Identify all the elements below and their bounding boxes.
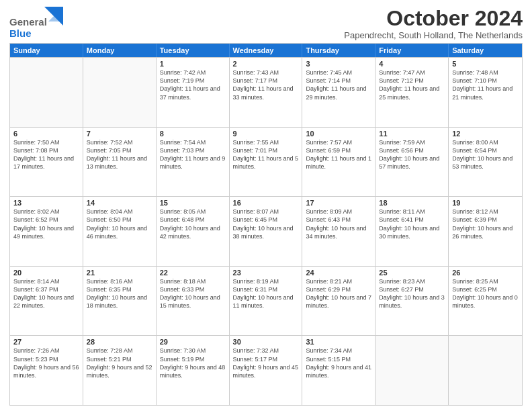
week-row-3: 13Sunrise: 8:02 AM Sunset: 6:52 PM Dayli…: [10, 196, 522, 266]
cal-cell: 13Sunrise: 8:02 AM Sunset: 6:52 PM Dayli…: [10, 197, 83, 266]
cell-info: Sunrise: 8:23 AM Sunset: 6:27 PM Dayligh…: [379, 277, 445, 310]
calendar-header: SundayMondayTuesdayWednesdayThursdayFrid…: [10, 44, 522, 57]
week-row-1: 1Sunrise: 7:42 AM Sunset: 7:19 PM Daylig…: [10, 57, 522, 127]
cal-cell: 19Sunrise: 8:12 AM Sunset: 6:39 PM Dayli…: [449, 197, 522, 266]
title-block: October 2024 Papendrecht, South Holland,…: [344, 7, 523, 40]
logo-blue: Blue: [9, 28, 47, 40]
day-number: 25: [379, 269, 445, 277]
day-number: 1: [160, 60, 226, 68]
cell-info: Sunrise: 7:48 AM Sunset: 7:10 PM Dayligh…: [452, 68, 519, 101]
cell-info: Sunrise: 8:11 AM Sunset: 6:41 PM Dayligh…: [379, 208, 445, 240]
day-number: 27: [13, 338, 79, 346]
day-number: 18: [379, 199, 445, 207]
day-number: 30: [233, 338, 299, 346]
week-row-4: 20Sunrise: 8:14 AM Sunset: 6:37 PM Dayli…: [10, 266, 522, 336]
cell-info: Sunrise: 7:50 AM Sunset: 7:08 PM Dayligh…: [13, 138, 79, 171]
cell-info: Sunrise: 8:09 AM Sunset: 6:43 PM Dayligh…: [306, 208, 371, 240]
cal-cell: 18Sunrise: 8:11 AM Sunset: 6:41 PM Dayli…: [375, 197, 449, 266]
day-number: 7: [87, 130, 152, 138]
cell-info: Sunrise: 8:25 AM Sunset: 6:25 PM Dayligh…: [452, 277, 519, 310]
day-number: 2: [233, 60, 299, 68]
cal-cell: 16Sunrise: 8:07 AM Sunset: 6:45 PM Dayli…: [230, 197, 303, 266]
cal-cell: 6Sunrise: 7:50 AM Sunset: 7:08 PM Daylig…: [10, 128, 83, 197]
cal-cell: 20Sunrise: 8:14 AM Sunset: 6:37 PM Dayli…: [10, 267, 83, 336]
cell-info: Sunrise: 7:32 AM Sunset: 5:17 PM Dayligh…: [233, 347, 299, 379]
cell-info: Sunrise: 7:55 AM Sunset: 7:01 PM Dayligh…: [233, 138, 299, 171]
day-number: 21: [87, 269, 152, 277]
cal-cell: 22Sunrise: 8:18 AM Sunset: 6:33 PM Dayli…: [157, 267, 230, 336]
location: Papendrecht, South Holland, The Netherla…: [344, 30, 523, 40]
day-number: 3: [306, 60, 371, 68]
cell-info: Sunrise: 7:26 AM Sunset: 5:23 PM Dayligh…: [13, 347, 79, 379]
cell-info: Sunrise: 8:05 AM Sunset: 6:48 PM Dayligh…: [160, 208, 226, 240]
header: General Blue October 2024 Papendrecht, S…: [9, 7, 523, 40]
cell-info: Sunrise: 8:14 AM Sunset: 6:37 PM Dayligh…: [13, 277, 79, 310]
day-number: 13: [13, 199, 79, 207]
cal-cell: 29Sunrise: 7:30 AM Sunset: 5:19 PM Dayli…: [157, 336, 230, 405]
cal-cell: 5Sunrise: 7:48 AM Sunset: 7:10 PM Daylig…: [449, 58, 522, 127]
cell-info: Sunrise: 7:42 AM Sunset: 7:19 PM Dayligh…: [160, 68, 226, 101]
cal-cell: [10, 58, 83, 127]
cell-info: Sunrise: 8:16 AM Sunset: 6:35 PM Dayligh…: [87, 277, 152, 310]
day-number: 4: [379, 60, 445, 68]
day-number: 31: [306, 338, 371, 346]
cal-cell: 31Sunrise: 7:34 AM Sunset: 5:15 PM Dayli…: [302, 336, 375, 405]
cal-cell: 21Sunrise: 8:16 AM Sunset: 6:35 PM Dayli…: [83, 267, 157, 336]
day-number: 22: [160, 269, 226, 277]
header-day-thursday: Thursday: [302, 44, 375, 57]
cell-info: Sunrise: 8:21 AM Sunset: 6:29 PM Dayligh…: [306, 277, 371, 310]
day-number: 26: [452, 269, 519, 277]
cal-cell: [449, 336, 522, 405]
logo-general: General: [9, 17, 47, 28]
cell-info: Sunrise: 8:04 AM Sunset: 6:50 PM Dayligh…: [87, 208, 152, 240]
header-day-friday: Friday: [375, 44, 449, 57]
cell-info: Sunrise: 7:52 AM Sunset: 7:05 PM Dayligh…: [87, 138, 152, 171]
logo-text: General Blue: [9, 17, 47, 39]
cell-info: Sunrise: 7:34 AM Sunset: 5:15 PM Dayligh…: [306, 347, 371, 379]
day-number: 20: [13, 269, 79, 277]
cal-cell: 26Sunrise: 8:25 AM Sunset: 6:25 PM Dayli…: [449, 267, 522, 336]
cal-cell: 27Sunrise: 7:26 AM Sunset: 5:23 PM Dayli…: [10, 336, 83, 405]
day-number: 12: [452, 130, 519, 138]
day-number: 16: [233, 199, 299, 207]
cal-cell: 4Sunrise: 7:47 AM Sunset: 7:12 PM Daylig…: [375, 58, 449, 127]
cal-cell: 28Sunrise: 7:28 AM Sunset: 5:21 PM Dayli…: [83, 336, 157, 405]
cal-cell: [83, 58, 157, 127]
header-day-wednesday: Wednesday: [230, 44, 303, 57]
cal-cell: 24Sunrise: 8:21 AM Sunset: 6:29 PM Dayli…: [302, 267, 375, 336]
header-day-tuesday: Tuesday: [157, 44, 230, 57]
header-day-saturday: Saturday: [449, 44, 522, 57]
day-number: 14: [87, 199, 152, 207]
cal-cell: 1Sunrise: 7:42 AM Sunset: 7:19 PM Daylig…: [157, 58, 230, 127]
day-number: 29: [160, 338, 226, 346]
day-number: 15: [160, 199, 226, 207]
cal-cell: 2Sunrise: 7:43 AM Sunset: 7:17 PM Daylig…: [230, 58, 303, 127]
cell-info: Sunrise: 8:02 AM Sunset: 6:52 PM Dayligh…: [13, 208, 79, 240]
cal-cell: 30Sunrise: 7:32 AM Sunset: 5:17 PM Dayli…: [230, 336, 303, 405]
week-row-2: 6Sunrise: 7:50 AM Sunset: 7:08 PM Daylig…: [10, 127, 522, 197]
day-number: 19: [452, 199, 519, 207]
day-number: 24: [306, 269, 371, 277]
week-row-5: 27Sunrise: 7:26 AM Sunset: 5:23 PM Dayli…: [10, 335, 522, 405]
cal-cell: 3Sunrise: 7:45 AM Sunset: 7:14 PM Daylig…: [302, 58, 375, 127]
day-number: 17: [306, 199, 371, 207]
cell-info: Sunrise: 7:54 AM Sunset: 7:03 PM Dayligh…: [160, 138, 226, 171]
day-number: 28: [87, 338, 152, 346]
cal-cell: 17Sunrise: 8:09 AM Sunset: 6:43 PM Dayli…: [302, 197, 375, 266]
cell-info: Sunrise: 7:30 AM Sunset: 5:19 PM Dayligh…: [160, 347, 226, 379]
cell-info: Sunrise: 7:47 AM Sunset: 7:12 PM Dayligh…: [379, 68, 445, 101]
header-day-monday: Monday: [83, 44, 157, 57]
cell-info: Sunrise: 7:43 AM Sunset: 7:17 PM Dayligh…: [233, 68, 299, 101]
calendar-body: 1Sunrise: 7:42 AM Sunset: 7:19 PM Daylig…: [10, 57, 522, 405]
cal-cell: 8Sunrise: 7:54 AM Sunset: 7:03 PM Daylig…: [157, 128, 230, 197]
page: General Blue October 2024 Papendrecht, S…: [0, 0, 532, 411]
day-number: 9: [233, 130, 299, 138]
logo: General Blue: [9, 7, 63, 40]
day-number: 11: [379, 130, 445, 138]
cell-info: Sunrise: 7:57 AM Sunset: 6:59 PM Dayligh…: [306, 138, 371, 171]
cell-info: Sunrise: 8:00 AM Sunset: 6:54 PM Dayligh…: [452, 138, 519, 171]
cal-cell: 25Sunrise: 8:23 AM Sunset: 6:27 PM Dayli…: [375, 267, 449, 336]
day-number: 23: [233, 269, 299, 277]
month-title: October 2024: [344, 7, 523, 30]
cell-info: Sunrise: 8:07 AM Sunset: 6:45 PM Dayligh…: [233, 208, 299, 240]
